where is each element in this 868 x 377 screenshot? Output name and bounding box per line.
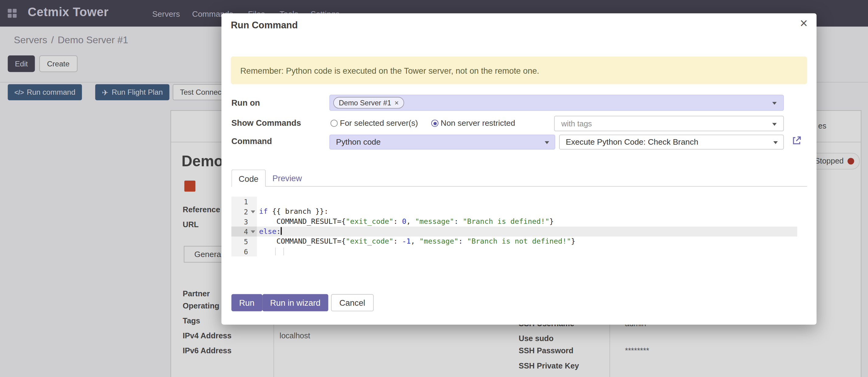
run-in-wizard-button[interactable]: Run in wizard: [262, 294, 328, 311]
tags-placeholder: with tags: [561, 119, 592, 128]
run-on-label: Run on: [231, 98, 260, 108]
code-line[interactable]: COMMAND_RESULT={"exit_code": 0, "message…: [257, 216, 797, 227]
run-command-modal: Run Command × Remember: Python code is e…: [222, 13, 816, 325]
chevron-down-icon: [772, 123, 777, 126]
radio-non-server-restricted-label[interactable]: Non server restricted: [441, 118, 515, 127]
gutter-line: 1: [231, 197, 257, 207]
chevron-down-icon: [545, 141, 549, 144]
server-chip[interactable]: Demo Server #1 ×: [333, 97, 404, 108]
command-value: Execute Python Code: Check Branch: [566, 137, 698, 146]
fold-toggle-icon[interactable]: [251, 231, 255, 233]
command-label: Command: [231, 136, 272, 146]
chevron-down-icon: [772, 102, 777, 105]
tab-divider: [231, 186, 807, 187]
gutter-line: 3: [231, 216, 257, 227]
tags-select[interactable]: with tags: [554, 116, 784, 131]
code-line[interactable]: else:: [257, 227, 797, 237]
show-commands-label: Show Commands: [231, 118, 301, 127]
command-type-value: Python code: [336, 137, 381, 146]
run-button[interactable]: Run: [231, 294, 262, 311]
cancel-button[interactable]: Cancel: [331, 294, 374, 311]
editor-code: if {{ branch }}: COMMAND_RESULT={"exit_c…: [257, 197, 797, 256]
close-icon[interactable]: ×: [800, 17, 807, 30]
chevron-down-icon: [773, 141, 778, 144]
code-line[interactable]: COMMAND_RESULT={"exit_code": -1, "messag…: [257, 237, 797, 246]
tab-preview[interactable]: Preview: [272, 173, 302, 183]
modal-title: Run Command: [231, 20, 298, 31]
warning-text: Remember: Python code is executed on the…: [240, 66, 539, 75]
text-cursor: [281, 227, 282, 235]
external-link-icon[interactable]: [792, 136, 802, 146]
chip-remove-icon[interactable]: ×: [395, 99, 399, 107]
tab-code[interactable]: Code: [231, 170, 266, 187]
command-type-select[interactable]: Python code: [329, 135, 555, 149]
radio-non-server-restricted[interactable]: [431, 120, 439, 127]
code-line[interactable]: if {{ branch }}:: [257, 206, 797, 216]
code-line[interactable]: [257, 197, 797, 207]
gutter-line: 2: [231, 206, 257, 216]
gutter-line: 5: [231, 237, 257, 246]
run-on-select[interactable]: Demo Server #1 ×: [329, 95, 784, 111]
code-editor[interactable]: 123456 if {{ branch }}: COMMAND_RESULT={…: [231, 197, 797, 256]
fold-toggle-icon[interactable]: [251, 210, 255, 213]
radio-selected-servers-label[interactable]: For selected server(s): [340, 118, 418, 127]
editor-gutter: 123456: [231, 197, 257, 256]
warning-banner: Remember: Python code is executed on the…: [231, 57, 807, 84]
screen: Cetmix Tower Servers Commands Files Tool…: [0, 0, 868, 377]
gutter-line: 4: [231, 227, 257, 237]
gutter-line: 6: [231, 246, 257, 256]
command-select[interactable]: Execute Python Code: Check Branch: [559, 135, 784, 149]
radio-selected-servers[interactable]: [331, 120, 338, 127]
server-chip-label: Demo Server #1: [339, 99, 391, 107]
code-line[interactable]: [257, 246, 797, 256]
